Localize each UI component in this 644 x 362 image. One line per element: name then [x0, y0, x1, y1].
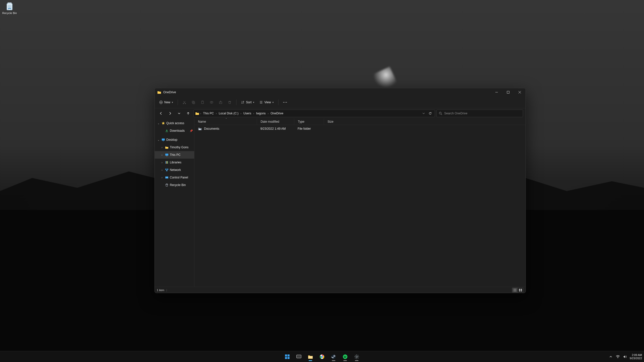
task-view-icon	[296, 354, 301, 359]
sidebar-libraries[interactable]: › Libraries	[155, 159, 194, 166]
svg-rect-20	[166, 161, 166, 164]
sidebar-network[interactable]: › Network	[155, 166, 194, 174]
column-type[interactable]: Type	[294, 118, 324, 125]
taskbar-spotify[interactable]	[340, 352, 350, 362]
desktop-icon	[161, 138, 165, 142]
svg-point-13	[285, 102, 286, 103]
system-tray: 2:09 AM 9/23/2022	[609, 353, 642, 360]
copy-icon	[192, 101, 195, 104]
navigation-pane: ⌄ Quick access Downloads 📌 ⌄ Desktop › T…	[155, 118, 194, 287]
paste-button[interactable]	[198, 98, 207, 106]
svg-point-14	[286, 102, 287, 103]
svg-point-27	[166, 177, 167, 178]
svg-rect-9	[202, 101, 203, 101]
sidebar-recycle-bin[interactable]: Recycle Bin	[155, 181, 194, 189]
chevron-right-icon: ›	[160, 176, 164, 179]
chrome-icon	[319, 354, 325, 359]
svg-rect-40	[308, 356, 313, 358]
back-button[interactable]	[157, 110, 165, 117]
new-button[interactable]: New ▾	[157, 98, 175, 106]
view-button[interactable]: View ▾	[257, 98, 276, 106]
address-dropdown[interactable]	[421, 110, 427, 116]
forward-button[interactable]	[166, 110, 174, 117]
svg-point-47	[334, 355, 335, 356]
spotify-icon	[343, 354, 348, 359]
ellipsis-icon	[283, 102, 287, 103]
close-button[interactable]	[514, 88, 526, 96]
sidebar-quick-access[interactable]: ⌄ Quick access	[155, 119, 194, 127]
breadcrumb-onedrive[interactable]: OneDrive	[269, 111, 284, 116]
folder-icon	[165, 145, 169, 149]
taskbar-settings[interactable]	[352, 352, 362, 362]
recent-button[interactable]	[175, 110, 183, 117]
svg-rect-32	[519, 290, 520, 291]
taskbar-file-explorer[interactable]	[305, 352, 315, 362]
sidebar-this-pc[interactable]: › This PC	[155, 151, 194, 159]
gear-icon	[354, 354, 359, 359]
new-icon	[159, 101, 163, 104]
address-bar[interactable]: › This PC › Local Disk (C:) › Users › tw…	[193, 110, 435, 117]
sort-button[interactable]: Sort ▾	[239, 98, 256, 106]
tray-overflow[interactable]	[609, 354, 613, 359]
copy-button[interactable]	[189, 98, 197, 106]
column-date[interactable]: Date modified	[257, 118, 294, 125]
column-size[interactable]: Size	[324, 118, 342, 125]
window-title: OneDrive	[163, 90, 176, 94]
thumbnails-view-button[interactable]	[518, 288, 523, 292]
sidebar-user-folder[interactable]: › Timothy Gons	[155, 144, 194, 151]
more-button[interactable]	[281, 98, 289, 106]
share-icon	[219, 101, 222, 104]
svg-rect-23	[165, 169, 167, 170]
search-icon	[439, 112, 442, 115]
titlebar[interactable]: OneDrive	[155, 88, 526, 96]
refresh-button[interactable]	[427, 110, 433, 116]
chevron-right-icon: ›	[160, 154, 164, 156]
breadcrumb-twgons[interactable]: twgons	[255, 111, 267, 116]
taskbar: 2:09 AM 9/23/2022	[0, 351, 644, 362]
network-icon	[165, 168, 169, 172]
svg-rect-29	[199, 129, 201, 130]
status-bar: 1 item |	[155, 287, 526, 293]
breadcrumb-local-disk[interactable]: Local Disk (C:)	[218, 111, 239, 116]
search-box[interactable]	[436, 110, 523, 117]
svg-rect-18	[165, 154, 168, 156]
volume-icon[interactable]	[623, 354, 627, 359]
delete-button[interactable]	[226, 98, 234, 106]
file-list[interactable]: Documents 9/23/2022 1:49 AM File folder	[194, 125, 526, 287]
chevron-down-icon: ▾	[172, 101, 173, 104]
taskbar-steam[interactable]	[329, 352, 339, 362]
taskbar-clock[interactable]: 2:09 AM 9/23/2022	[630, 353, 642, 360]
rename-button[interactable]	[208, 98, 216, 106]
minimize-button[interactable]	[491, 88, 502, 96]
chevron-right-icon: ›	[216, 112, 217, 115]
table-row[interactable]: Documents 9/23/2022 1:49 AM File folder	[194, 125, 526, 132]
chevron-right-icon: ›	[240, 112, 241, 115]
breadcrumb-this-pc[interactable]: This PC	[202, 111, 215, 116]
column-name[interactable]: Name ˄	[194, 118, 257, 125]
sidebar-desktop[interactable]: ⌄ Desktop	[155, 136, 194, 144]
chevron-right-icon: ›	[160, 161, 164, 164]
command-bar: New ▾ Sort ▾ View ▾	[155, 96, 526, 108]
sidebar-downloads[interactable]: Downloads 📌	[155, 127, 194, 134]
wifi-icon[interactable]	[616, 354, 620, 359]
sidebar-control-panel[interactable]: › Control Panel	[155, 174, 194, 181]
taskbar-time: 2:09 AM	[630, 353, 642, 357]
cut-button[interactable]	[180, 98, 188, 106]
desktop-recycle-bin[interactable]: Recycle Bin	[2, 2, 17, 15]
chevron-down-icon: ⌄	[157, 122, 160, 125]
share-button[interactable]	[217, 98, 225, 106]
star-icon	[161, 121, 165, 125]
taskbar-task-view[interactable]	[294, 352, 304, 362]
up-button[interactable]	[184, 110, 192, 117]
start-button[interactable]	[282, 352, 292, 362]
details-view-button[interactable]	[512, 288, 518, 292]
svg-rect-26	[165, 176, 168, 178]
breadcrumb-users[interactable]: Users	[242, 111, 252, 116]
svg-rect-2	[507, 91, 509, 94]
desktop-recycle-bin-label: Recycle Bin	[2, 12, 17, 15]
svg-point-15	[439, 112, 441, 114]
maximize-button[interactable]	[502, 88, 514, 96]
search-input[interactable]	[444, 112, 521, 115]
taskbar-chrome[interactable]	[317, 352, 327, 362]
column-headers: Name ˄ Date modified Type Size	[194, 118, 526, 125]
